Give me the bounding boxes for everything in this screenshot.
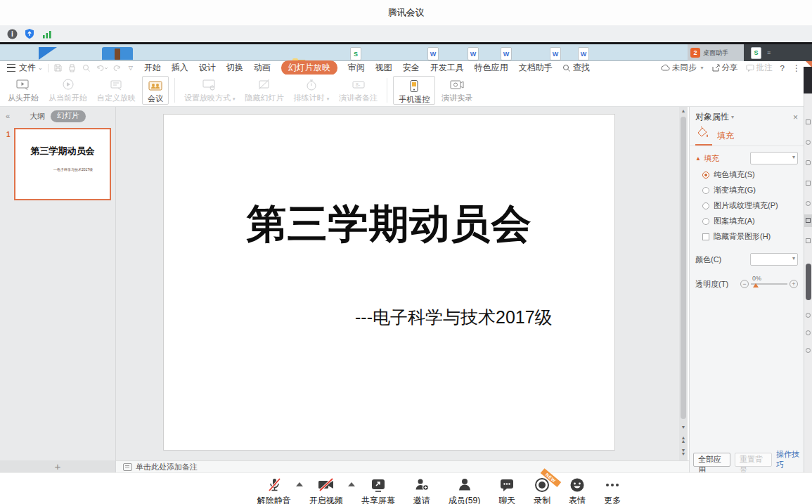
play-from-start-button[interactable]: 从头开始	[3, 75, 44, 106]
decrease-icon[interactable]: −	[740, 280, 749, 288]
slide-scrollbar[interactable]: ▲ ▼ ▲▲ ▼▼	[679, 107, 688, 460]
print-icon[interactable]	[67, 63, 77, 72]
fill-option-pattern[interactable]: 图案填充(A)	[702, 216, 804, 226]
preview-icon[interactable]	[82, 63, 91, 72]
phone-remote-button[interactable]: 手机遥控	[393, 76, 435, 105]
tab-slides-active[interactable]: 幻灯片	[51, 110, 86, 122]
close-panel-icon[interactable]: ×	[793, 112, 798, 122]
speaker-notes-button[interactable]: 8- 演讲者备注	[334, 75, 382, 106]
sidebar-tool-icon[interactable]	[806, 313, 811, 318]
scroll-up-icon[interactable]: ▲	[679, 108, 688, 113]
section-collapse-icon[interactable]: ▲	[695, 155, 701, 162]
desktop-assistant[interactable]: 2 桌面助手	[688, 44, 744, 61]
hide-background-checkbox[interactable]: 隐藏背景图形(H)	[702, 231, 804, 242]
share-screen-button[interactable]: 共享屏幕	[361, 477, 395, 504]
notes-bar[interactable]: 单击此处添加备注	[116, 460, 689, 472]
security-shield-icon[interactable]	[24, 28, 35, 39]
network-signal-icon[interactable]	[41, 29, 53, 39]
sidebar-tool-icon[interactable]	[806, 238, 811, 243]
wps-sheet-doc-icon[interactable]: S	[350, 47, 361, 60]
tab-devtools[interactable]: 开发工具	[430, 62, 464, 74]
tab-insert[interactable]: 插入	[172, 62, 188, 74]
comment-button[interactable]: 批注	[746, 63, 773, 73]
word-doc-icon[interactable]: W	[427, 47, 439, 60]
hide-slide-button[interactable]: 隐藏幻灯片	[240, 75, 289, 106]
tab-special-apps[interactable]: 特色应用	[475, 62, 508, 74]
invite-button[interactable]: 邀请	[413, 477, 430, 504]
qat-more-caret[interactable]: ▽	[129, 65, 133, 71]
presentation-record-button[interactable]: 演讲实录	[437, 75, 477, 106]
tips-link[interactable]: 操作技巧	[776, 449, 804, 470]
fill-option-gradient[interactable]: 渐变填充(G)	[702, 185, 804, 195]
sidebar-tool-icon[interactable]	[806, 181, 811, 186]
meeting-info-icon[interactable]: i	[7, 29, 18, 39]
play-from-current-button[interactable]: 从当前开始	[44, 75, 92, 106]
rehearse-timing-button[interactable]: 排练计时 ▾	[289, 75, 335, 106]
emoji-button[interactable]: 表情	[569, 477, 586, 504]
reset-background-button[interactable]: 重置背景	[735, 453, 772, 467]
video-options-arrow[interactable]	[348, 482, 355, 486]
sidebar-tool-icon[interactable]	[806, 140, 811, 145]
increase-icon[interactable]: +	[790, 280, 798, 288]
more-menu-icon[interactable]: ⋮	[792, 63, 801, 73]
redo-icon[interactable]	[112, 63, 122, 72]
tab-slideshow-active[interactable]: 幻灯片放映	[281, 60, 337, 75]
tab-design[interactable]: 设计	[199, 62, 216, 74]
share-button[interactable]: 分享	[711, 63, 738, 73]
tab-outline[interactable]: 大纲	[30, 111, 45, 122]
slide-thumbnail[interactable]: 第三学期动员会 ---电子科学与技术2017级	[14, 128, 111, 200]
slider-handle[interactable]	[753, 283, 759, 287]
meeting-button[interactable]: 会议	[142, 76, 169, 105]
fill-tab[interactable]: 填充	[717, 130, 734, 142]
tab-review[interactable]: 审阅	[348, 62, 365, 74]
word-doc-icon[interactable]: W	[468, 47, 479, 60]
sidebar-tool-icon[interactable]	[806, 160, 811, 165]
undo-icon[interactable]	[96, 63, 108, 72]
scrollbar-thumb[interactable]	[681, 117, 686, 419]
sidebar-tool-icon[interactable]	[806, 330, 811, 335]
word-doc-icon[interactable]: W	[578, 47, 589, 60]
tab-doc-assistant[interactable]: 文档助手	[519, 62, 553, 74]
record-button[interactable]: 录制 NEW	[534, 477, 550, 504]
slide-title[interactable]: 第三学期动员会	[164, 198, 614, 252]
tab-transition[interactable]: 切换	[226, 62, 243, 74]
save-icon[interactable]	[53, 63, 63, 72]
start-video-button[interactable]: 开启视频	[309, 477, 343, 504]
tab-home[interactable]: 开始	[144, 62, 161, 74]
mic-options-arrow[interactable]	[296, 482, 303, 486]
add-slide-button[interactable]: +	[0, 460, 116, 472]
unmute-button[interactable]: 解除静音	[257, 477, 291, 504]
fill-option-picture[interactable]: 图片或纹理填充(P)	[702, 200, 804, 211]
help-button[interactable]: ?	[780, 64, 785, 72]
color-dropdown[interactable]	[750, 253, 798, 266]
fill-option-solid[interactable]: 纯色填充(S)	[702, 169, 804, 180]
tab-view[interactable]: 视图	[375, 62, 392, 74]
slide-subtitle[interactable]: ---电子科学与技术2017级	[355, 306, 553, 329]
strip-scroll-thumb[interactable]	[806, 264, 811, 300]
word-doc-icon[interactable]: W	[501, 47, 512, 60]
sidebar-tool-icon[interactable]	[806, 201, 811, 206]
slide-canvas[interactable]: 第三学期动员会 ---电子科学与技术2017级	[163, 114, 615, 451]
scroll-down-icon[interactable]: ▼	[679, 425, 688, 429]
desktop-bigfolder-icon[interactable]	[102, 47, 133, 60]
apply-all-button[interactable]: 全部应用	[693, 453, 730, 467]
chevron-down-icon[interactable]: ▾	[731, 114, 734, 120]
wps-sheet-doc-icon[interactable]: S	[751, 47, 761, 59]
previous-slide-icon[interactable]: ▲▲	[679, 436, 688, 443]
members-button[interactable]: 成员(59)	[449, 477, 480, 504]
file-menu[interactable]: 文件 ⌄	[0, 62, 43, 74]
fill-style-dropdown[interactable]	[750, 152, 798, 164]
desktop-flag-icon[interactable]	[39, 47, 57, 60]
collapse-panel-icon[interactable]: «	[6, 112, 10, 120]
more-button[interactable]: 更多	[604, 477, 621, 504]
word-doc-icon[interactable]: W	[550, 47, 561, 60]
search-control[interactable]: 查找	[562, 62, 590, 74]
sidebar-tool-icon[interactable]	[806, 218, 811, 223]
chat-button[interactable]: 聊天	[498, 477, 515, 504]
transparency-slider[interactable]: − 0% +	[740, 277, 798, 291]
custom-show-button[interactable]: 自定义放映	[92, 75, 141, 106]
setup-show-button[interactable]: 设置放映方式 ▾	[179, 75, 240, 106]
tab-security[interactable]: 安全	[403, 62, 420, 74]
next-slide-icon[interactable]: ▼▼	[679, 448, 688, 455]
tab-animation[interactable]: 动画	[254, 62, 271, 74]
